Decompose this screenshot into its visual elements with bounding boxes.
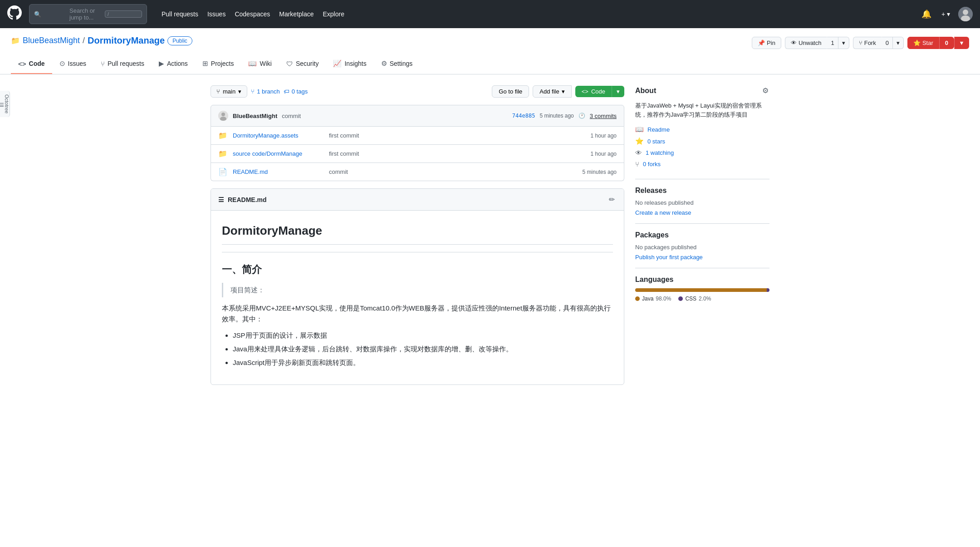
- fork-dropdown[interactable]: ▾: [893, 37, 904, 49]
- watch-label: Unwatch: [799, 39, 822, 46]
- file-name-link[interactable]: source code/DormManage: [233, 150, 323, 157]
- search-box[interactable]: 🔍 Search or jump to... /: [29, 4, 147, 24]
- tab-insights-label: Insights: [344, 60, 366, 67]
- star-button[interactable]: ⭐ Star: [907, 37, 939, 49]
- commits-count-link[interactable]: 3 commits: [590, 113, 617, 119]
- languages-bar: [635, 288, 769, 292]
- about-stats: 📖 Readme ⭐ 0 stars 👁 1 watching ⑂ 0 fork…: [635, 125, 769, 168]
- publish-package-link[interactable]: Publish your first package: [635, 254, 703, 261]
- table-row: 📁 DormitoryManage.assets first commit 1 …: [211, 127, 624, 145]
- stars-link[interactable]: 0 stars: [647, 138, 665, 145]
- topnav-codespaces[interactable]: Codespaces: [231, 8, 274, 20]
- code-button[interactable]: <> Code: [575, 86, 612, 97]
- pin-button[interactable]: 📌 Pin: [752, 37, 781, 49]
- list-item: Java用来处理具体业务逻辑，后台跳转、对数据库操作，实现对数据库的增、删、改等…: [233, 344, 613, 355]
- fork-btn-group: ⑂ Fork 0 ▾: [853, 37, 904, 49]
- tab-security-label: Security: [296, 60, 319, 67]
- star-count[interactable]: 0: [939, 37, 954, 49]
- topnav-marketplace[interactable]: Marketplace: [275, 8, 317, 20]
- repo-name-link[interactable]: DormitoryManage: [88, 35, 165, 46]
- fork-button[interactable]: ⑂ Fork: [853, 37, 882, 49]
- add-file-group: Add file ▾: [533, 85, 571, 98]
- commit-hash[interactable]: 744e885: [512, 113, 535, 119]
- tab-wiki[interactable]: 📖 Wiki: [241, 54, 279, 74]
- watching-stat: 👁 1 watching: [635, 149, 769, 157]
- watching-link[interactable]: 1 watching: [646, 149, 674, 156]
- file-commit-msg: first commit: [329, 132, 585, 139]
- tab-settings[interactable]: ⚙ Settings: [374, 54, 420, 74]
- commit-time: 5 minutes ago: [539, 113, 573, 119]
- file-name-link[interactable]: README.md: [233, 168, 323, 175]
- pin-label: Pin: [767, 39, 775, 46]
- tab-actions[interactable]: ▶ Actions: [152, 54, 195, 74]
- forks-link[interactable]: 0 forks: [643, 161, 661, 168]
- goto-file-button[interactable]: Go to file: [492, 85, 529, 98]
- branch-name: main: [223, 88, 235, 95]
- code-dropdown[interactable]: ▾: [612, 86, 624, 97]
- tab-projects[interactable]: ⊞ Projects: [195, 54, 241, 74]
- branch-count-label: 1 branch: [257, 88, 280, 95]
- tag-count-link[interactable]: 🏷 0 tags: [284, 88, 308, 95]
- fork-label: Fork: [864, 39, 876, 46]
- pr-tab-icon: ⑂: [101, 60, 105, 68]
- svg-point-1: [963, 10, 968, 15]
- commit-bar: BlueBeastMight commit 744e885 5 minutes …: [211, 105, 624, 127]
- tab-settings-label: Settings: [390, 60, 413, 67]
- lang-java-bar: [635, 288, 767, 292]
- lang-java-name: Java: [642, 296, 653, 302]
- fork-count[interactable]: 0: [882, 37, 893, 49]
- branch-count-link[interactable]: ⑂ 1 branch: [251, 88, 280, 95]
- table-row: 📄 README.md commit 5 minutes ago: [211, 163, 624, 181]
- topnav-issues[interactable]: Issues: [204, 8, 229, 20]
- fork-icon: ⑂: [859, 39, 862, 46]
- create-release-link[interactable]: Create a new release: [635, 209, 691, 216]
- about-section: About ⚙ 基于JavaWeb + Mysql + Layui实现的宿舍管理…: [635, 85, 769, 168]
- notification-button[interactable]: 🔔: [920, 7, 933, 21]
- octotree-icon: ☰: [0, 102, 4, 108]
- tab-pullrequests[interactable]: ⑂ Pull requests: [93, 54, 152, 74]
- divider-2: [635, 223, 769, 224]
- readme-link[interactable]: Readme: [647, 126, 670, 133]
- main-content: ⑂ main ▾ ⑂ 1 branch 🏷 0 tags Go to file …: [200, 74, 780, 396]
- watch-button[interactable]: 👁 Unwatch: [785, 37, 827, 49]
- tab-code-label: Code: [29, 60, 45, 67]
- branch-selector[interactable]: ⑂ main ▾: [211, 85, 247, 98]
- topnav-pullrequests[interactable]: Pull requests: [158, 8, 202, 20]
- readme-header: ☰ README.md ✏: [211, 189, 624, 211]
- tab-security[interactable]: 🛡 Security: [279, 54, 326, 74]
- tab-projects-label: Projects: [211, 60, 234, 67]
- watch-count[interactable]: 1: [827, 37, 838, 49]
- file-time: 5 minutes ago: [583, 169, 617, 175]
- create-new-button[interactable]: + ▾: [937, 8, 955, 20]
- star-dropdown[interactable]: ▾: [954, 37, 969, 49]
- file-name-link[interactable]: DormitoryManage.assets: [233, 132, 323, 139]
- readme-intro: 本系统采用MVC+J2EE+MYSQL实现，使用是Tomcat10.0作为WEB…: [222, 303, 613, 325]
- watch-btn-group: 👁 Unwatch 1 ▾: [785, 37, 849, 49]
- about-settings-button[interactable]: ⚙: [761, 85, 769, 96]
- octotree-panel[interactable]: Octotree ☰: [0, 91, 10, 117]
- watch-dropdown[interactable]: ▾: [838, 37, 849, 49]
- tab-issues[interactable]: ⊙ Issues: [52, 54, 93, 74]
- readme-list-icon: ☰: [218, 196, 224, 203]
- repo-header-row: 📁 BlueBeastMight / DormitoryManage Publi…: [11, 35, 969, 50]
- file-time: 1 hour ago: [591, 133, 617, 139]
- actions-tab-icon: ▶: [159, 59, 164, 68]
- readme-filename: README.md: [228, 196, 267, 203]
- projects-tab-icon: ⊞: [202, 59, 208, 68]
- github-logo[interactable]: [7, 5, 22, 23]
- visibility-badge: Public: [167, 36, 192, 45]
- topnav-explore[interactable]: Explore: [319, 8, 348, 20]
- tab-insights[interactable]: 📈 Insights: [326, 54, 373, 74]
- commit-author-name[interactable]: BlueBeastMight: [233, 113, 277, 119]
- releases-no-releases: No releases published: [635, 199, 769, 206]
- about-description: 基于JavaWeb + Mysql + Layui实现的宿舍管理系统，推荐作为J…: [635, 101, 769, 119]
- user-avatar[interactable]: [958, 7, 973, 21]
- search-placeholder: Search or jump to...: [69, 7, 101, 21]
- readme-edit-button[interactable]: ✏: [607, 193, 617, 206]
- issues-tab-icon: ⊙: [59, 59, 65, 68]
- tab-code[interactable]: <> Code: [11, 54, 52, 74]
- about-title: About: [635, 87, 656, 95]
- add-file-button[interactable]: Add file ▾: [533, 85, 571, 98]
- repo-owner-link[interactable]: BlueBeastMight: [23, 36, 80, 45]
- readme-bullets: JSP用于页面的设计，展示数据 Java用来处理具体业务逻辑，后台跳转、对数据库…: [222, 330, 613, 368]
